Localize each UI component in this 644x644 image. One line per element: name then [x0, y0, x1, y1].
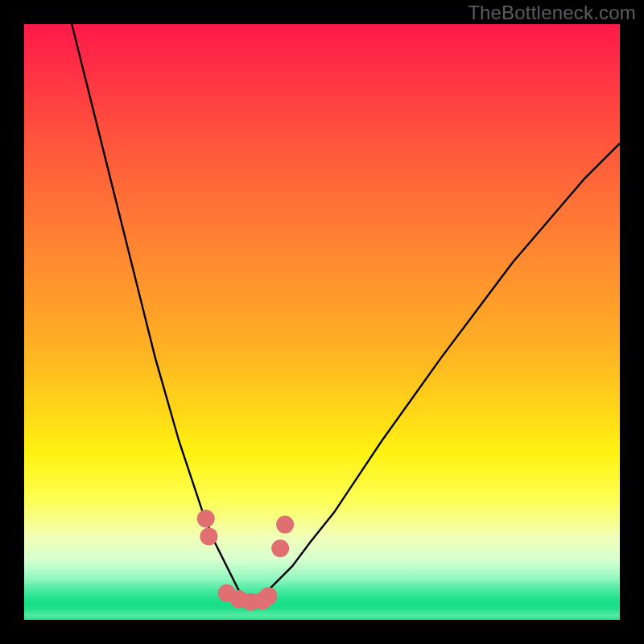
highlight-marker: [200, 527, 217, 545]
highlight-markers: [197, 510, 294, 611]
watermark-text: TheBottleneck.com: [468, 2, 636, 24]
highlight-marker: [271, 539, 289, 557]
chart-frame: TheBottleneck.com: [0, 0, 644, 644]
highlight-marker: [197, 510, 215, 527]
curve-right-branch: [250, 143, 620, 602]
curve-left-branch: [72, 24, 250, 602]
bottleneck-curve: [72, 24, 620, 602]
plot-area: [24, 24, 620, 620]
highlight-marker: [276, 516, 294, 534]
curve-layer: [24, 24, 620, 620]
highlight-marker: [259, 587, 277, 605]
